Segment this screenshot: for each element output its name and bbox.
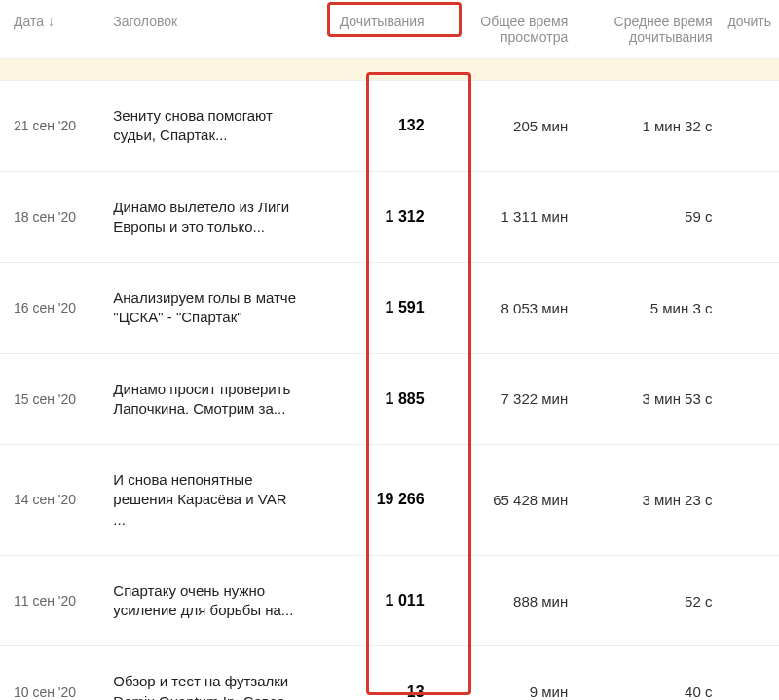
cell-title: Спартаку очень нужно усиление для борьбы… — [105, 555, 306, 646]
cell-total: 205 мин — [432, 81, 576, 172]
cell-date: 10 сен '20 — [0, 646, 105, 700]
table-row[interactable]: 16 сен '20 Анализируем голы в матче "ЦСК… — [0, 263, 779, 354]
col-header-avg-time[interactable]: Среднее время дочитывания — [575, 0, 720, 59]
col-header-title[interactable]: Заголовок — [105, 0, 306, 59]
cell-extra — [720, 445, 779, 556]
cell-date: 14 сен '20 — [0, 445, 105, 556]
cell-title: Динамо просит проверить Лапочкина. Смотр… — [105, 353, 306, 445]
table-row[interactable]: 18 сен '20 Динамо вылетело из Лиги Европ… — [0, 171, 779, 263]
cell-reads: 13 — [307, 646, 432, 700]
cell-avg: 40 с — [575, 646, 720, 700]
table-header-row: Дата↓ Заголовок Дочитывания Общее время … — [0, 0, 779, 59]
cell-title: Обзор и тест на футзалки Demix Quantum I… — [105, 646, 306, 700]
col-header-date[interactable]: Дата↓ — [0, 0, 105, 59]
cell-avg: 3 мин 53 с — [575, 353, 720, 445]
cell-avg: 1 мин 32 с — [575, 81, 720, 172]
cell-extra — [720, 646, 779, 700]
cell-date: 15 сен '20 — [0, 353, 105, 445]
cell-total: 888 мин — [432, 555, 576, 646]
stats-table: Дата↓ Заголовок Дочитывания Общее время … — [0, 0, 779, 700]
table-row[interactable]: 21 сен '20 Зениту снова помогают судьи, … — [0, 81, 779, 172]
cell-extra — [720, 353, 779, 445]
cell-title: Анализируем голы в матче "ЦСКА" - "Спарт… — [105, 263, 306, 354]
cell-reads: 1 312 — [307, 171, 432, 263]
cell-reads: 132 — [307, 81, 432, 172]
cell-total: 1 311 мин — [432, 171, 576, 263]
cell-reads: 1 885 — [307, 353, 432, 445]
cell-avg: 59 с — [575, 171, 720, 263]
cell-date: 16 сен '20 — [0, 263, 105, 354]
col-header-extra[interactable]: дочить — [720, 0, 779, 59]
table-row[interactable]: 15 сен '20 Динамо просит проверить Лапоч… — [0, 353, 779, 445]
table-row[interactable]: 10 сен '20 Обзор и тест на футзалки Demi… — [0, 646, 779, 700]
cell-extra — [720, 81, 779, 172]
cell-title: Динамо вылетело из Лиги Европы и это тол… — [105, 171, 306, 263]
cell-date: 18 сен '20 — [0, 171, 105, 263]
cell-title: Зениту снова помогают судьи, Спартак... — [105, 81, 306, 172]
highlighted-row — [0, 59, 779, 81]
cell-total: 9 мин — [432, 646, 576, 700]
col-header-date-label: Дата — [14, 14, 44, 29]
cell-reads: 19 266 — [307, 445, 432, 556]
table-row[interactable]: 11 сен '20 Спартаку очень нужно усиление… — [0, 555, 779, 646]
cell-total: 8 053 мин — [432, 263, 576, 354]
cell-reads: 1 591 — [307, 263, 432, 354]
cell-extra — [720, 171, 779, 263]
cell-total: 7 322 мин — [432, 353, 576, 445]
cell-date: 21 сен '20 — [0, 81, 105, 172]
cell-reads: 1 011 — [307, 555, 432, 646]
col-header-reads[interactable]: Дочитывания — [307, 0, 432, 59]
cell-avg: 3 мин 23 с — [575, 445, 720, 556]
cell-extra — [720, 263, 779, 354]
sort-desc-icon: ↓ — [48, 14, 55, 29]
cell-date: 11 сен '20 — [0, 555, 105, 646]
col-header-total-time[interactable]: Общее время просмотра — [432, 0, 576, 59]
cell-total: 65 428 мин — [432, 445, 576, 556]
table-row[interactable]: 14 сен '20 И снова непонятные решения Ка… — [0, 445, 779, 556]
cell-avg: 52 с — [575, 555, 720, 646]
cell-extra — [720, 555, 779, 646]
cell-title: И снова непонятные решения Карасёва и VA… — [105, 445, 306, 556]
cell-avg: 5 мин 3 с — [575, 263, 720, 354]
